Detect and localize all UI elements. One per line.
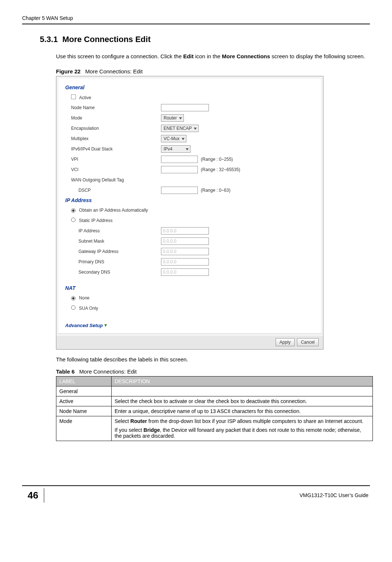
gateway-input[interactable]: 0.0.0.0 [161, 248, 209, 255]
ip-auto-label: Obtain an IP Address Automatically [79, 208, 148, 213]
dscp-range: (Range : 0~63) [199, 188, 230, 193]
cell-desc: Select Router from the drop-down list bo… [112, 416, 373, 441]
page-footer: 46 VMG1312-T10C User’s Guide [22, 485, 370, 503]
ip-static-radio[interactable] [71, 218, 76, 222]
nat-none-radio[interactable] [71, 296, 76, 301]
subnet-label: Subnet Mask [65, 239, 161, 244]
cell-label: Node Name [56, 406, 112, 416]
nat-heading: NAT [65, 285, 314, 291]
mode-select[interactable]: Router [161, 114, 184, 122]
table-row: Mode Select Router from the drop-down li… [56, 416, 373, 441]
ip-auto-radio[interactable] [71, 208, 76, 213]
ip-auto-row: Obtain an IP Address Automatically [65, 208, 148, 213]
section-title: More Connections Edit [62, 35, 151, 44]
guide-title: VMG1312-T10C User’s Guide [44, 492, 370, 498]
active-checkbox[interactable] [71, 94, 76, 99]
mode-label: Mode [65, 115, 161, 121]
ipaddr-input[interactable]: 0.0.0.0 [161, 227, 209, 235]
cell-label: Mode [56, 416, 112, 441]
chevron-down-icon: ▼ [104, 323, 108, 328]
cell-desc: Enter a unique, descriptive name of up t… [112, 406, 373, 416]
vci-input[interactable] [161, 166, 198, 173]
general-heading: General [65, 84, 314, 90]
figure-caption: Figure 22 More Connections: Edit [56, 68, 370, 74]
ip-heading: IP Address [65, 197, 314, 203]
ipaddr-label: IP Address [65, 228, 161, 233]
vci-range: (Range : 32~65535) [199, 167, 240, 172]
figure-footer: Apply Cancel [56, 336, 323, 349]
vci-label: VCI [65, 167, 161, 172]
ipver-select[interactable]: IPv4 [161, 145, 190, 153]
multiplex-select[interactable]: VC-Mux [161, 135, 186, 142]
nat-sua-label: SUA Only [79, 306, 98, 311]
active-row: Active [65, 94, 161, 100]
vpi-input[interactable] [161, 156, 198, 163]
th-label: LABEL [56, 376, 112, 386]
page-number: 46 [22, 488, 44, 503]
description-table: LABEL DESCRIPTION General Active Select … [56, 376, 373, 441]
cell-label: Active [56, 396, 112, 406]
active-label: Active [79, 95, 91, 100]
subnet-input[interactable]: 0.0.0.0 [161, 237, 209, 245]
sdns-input[interactable]: 0.0.0.0 [161, 268, 209, 276]
table-header-row: LABEL DESCRIPTION [56, 376, 373, 386]
pdns-label: Primary DNS [65, 259, 161, 264]
ip-static-row: Static IP Address [65, 218, 113, 223]
vpi-label: VPI [65, 157, 161, 162]
nat-none-row: None [65, 295, 90, 301]
nat-sua-radio[interactable] [71, 305, 76, 310]
cell-label: General [56, 386, 112, 396]
section-heading: 5.3.1 More Connections Edit [40, 35, 370, 44]
dscp-label: DSCP [65, 188, 161, 193]
multiplex-label: Multiplex [65, 136, 161, 141]
below-figure-text: The following table describes the labels… [56, 356, 370, 362]
node-name-label: Node Name [65, 105, 161, 110]
node-name-input[interactable] [161, 104, 209, 111]
advanced-setup-toggle[interactable]: Advanced Setup▼ [65, 323, 108, 328]
apply-button[interactable]: Apply [276, 338, 295, 346]
gateway-label: Gateway IP Address [65, 249, 161, 254]
table-row: General [56, 386, 373, 396]
dscp-input[interactable] [161, 187, 198, 194]
section-intro: Use this screen to configure a connectio… [56, 52, 370, 61]
nat-sua-row: SUA Only [65, 305, 98, 311]
table-row: Node Name Enter a unique, descriptive na… [56, 406, 373, 416]
vpi-range: (Range : 0~255) [199, 157, 233, 162]
wan-tag-label: WAN Outgoing Default Tag [65, 177, 161, 183]
cell-desc [112, 386, 373, 396]
ipver-label: IPv6/IPv4 Dual Stack [65, 146, 161, 152]
th-desc: DESCRIPTION [112, 376, 373, 386]
nat-none-label: None [79, 295, 90, 301]
cell-desc: Select the check box to activate or clea… [112, 396, 373, 406]
encap-label: Encapsulation [65, 126, 161, 131]
pdns-input[interactable]: 0.0.0.0 [161, 258, 209, 266]
table-caption: Table 6 More Connections: Edit [56, 368, 370, 375]
encap-select[interactable]: ENET ENCAP [161, 125, 199, 132]
figure-screenshot: General Active Node Name Mode Router Enc… [56, 76, 323, 350]
cancel-button[interactable]: Cancel [297, 338, 319, 346]
page-header: Chapter 5 WAN Setup [22, 15, 370, 24]
ip-static-label: Static IP Address [79, 218, 112, 223]
sdns-label: Secondary DNS [65, 270, 161, 275]
chapter-title: Chapter 5 WAN Setup [22, 15, 73, 21]
section-number: 5.3.1 [40, 35, 58, 44]
table-row: Active Select the check box to activate … [56, 396, 373, 406]
